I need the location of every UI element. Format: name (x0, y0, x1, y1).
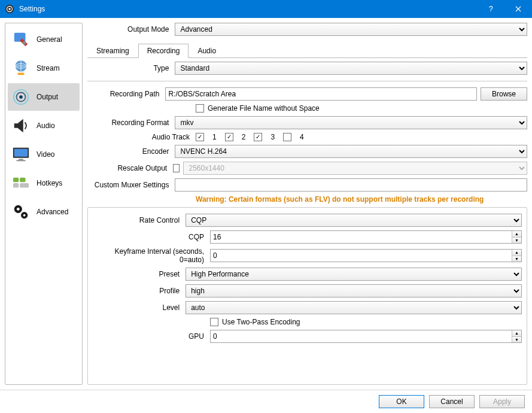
preset-select[interactable]: High Performance (186, 268, 522, 281)
recording-path-label: Recording Path (87, 90, 162, 98)
warning-text: Warning: Certain formats (such as FLV) d… (196, 195, 484, 204)
track-1-checkbox[interactable] (196, 133, 204, 141)
sidebar-label: Output (37, 93, 58, 101)
gpu-down[interactable]: ▼ (512, 337, 521, 343)
gpu-input[interactable] (210, 330, 522, 343)
profile-select[interactable]: high (186, 284, 522, 297)
preset-label: Preset (93, 270, 182, 278)
svg-rect-16 (13, 178, 19, 183)
sidebar-label: General (37, 35, 62, 44)
tab-audio[interactable]: Audio (189, 44, 225, 58)
sidebar: General Stream Output Audio Video Hotkey… (5, 23, 83, 385)
muxer-input[interactable] (175, 178, 527, 192)
track-1-label: 1 (212, 133, 217, 141)
sidebar-item-general[interactable]: General (8, 26, 80, 53)
sidebar-label: Advanced (37, 208, 68, 216)
svg-rect-19 (20, 183, 29, 188)
muxer-label: Custom Muxer Settings (87, 181, 171, 189)
keyframe-label: Keyframe Interval (seconds, 0=auto) (93, 247, 206, 264)
sidebar-item-audio[interactable]: Audio (8, 112, 80, 139)
rate-control-label: Rate Control (93, 216, 182, 224)
speaker-icon (11, 116, 31, 135)
svg-rect-15 (17, 160, 26, 161)
sidebar-item-output[interactable]: Output (8, 83, 80, 111)
keyframe-up[interactable]: ▲ (512, 250, 521, 256)
encoder-panel: Rate Control CQP CQP ▲▼ Keyframe Interva… (87, 207, 527, 385)
sidebar-label: Audio (37, 122, 55, 130)
tab-recording[interactable]: Recording (138, 44, 189, 58)
svg-rect-14 (19, 159, 23, 160)
type-label: Type (87, 64, 171, 72)
gen-filename-checkbox[interactable] (196, 104, 204, 113)
sidebar-label: Video (37, 150, 54, 159)
rescale-checkbox[interactable] (173, 164, 180, 172)
two-pass-label: Use Two-Pass Encoding (222, 318, 300, 326)
keyboard-icon (11, 174, 31, 193)
close-button[interactable] (504, 0, 532, 18)
tab-streaming[interactable]: Streaming (87, 44, 138, 58)
track-4-checkbox[interactable] (283, 133, 291, 141)
sidebar-item-hotkeys[interactable]: Hotkeys (8, 169, 80, 197)
sidebar-item-stream[interactable]: Stream (8, 54, 80, 82)
keyframe-down[interactable]: ▼ (512, 256, 521, 262)
gen-filename-label: Generate File Name without Space (208, 104, 320, 113)
two-pass-checkbox[interactable] (210, 318, 218, 326)
output-mode-select[interactable]: Advanced (175, 23, 527, 36)
ok-button[interactable]: OK (379, 395, 424, 408)
cqp-input[interactable] (210, 230, 522, 244)
keyframe-input[interactable] (210, 249, 522, 262)
divider (87, 81, 527, 81)
recording-format-select[interactable]: mkv (175, 116, 527, 129)
audio-track-label: Audio Track (87, 133, 192, 141)
sidebar-label: Hotkeys (37, 179, 62, 187)
svg-rect-17 (20, 178, 25, 183)
svg-text:?: ? (489, 5, 493, 13)
svg-rect-8 (17, 73, 24, 75)
svg-point-21 (17, 208, 20, 211)
track-2-label: 2 (242, 133, 246, 141)
sidebar-item-advanced[interactable]: Advanced (8, 198, 80, 226)
sidebar-label: Stream (37, 64, 60, 72)
wrench-icon (11, 30, 31, 49)
encoder-select[interactable]: NVENC H.264 (175, 145, 527, 158)
svg-point-2 (8, 8, 11, 10)
svg-rect-13 (14, 149, 28, 157)
output-mode-label: Output Mode (87, 25, 171, 34)
sidebar-item-video[interactable]: Video (8, 141, 80, 168)
cqp-up[interactable]: ▲ (512, 231, 521, 238)
svg-point-9 (19, 95, 23, 99)
svg-rect-18 (13, 183, 19, 188)
apply-button[interactable]: Apply (479, 395, 525, 408)
help-button[interactable]: ? (477, 0, 504, 18)
track-3-checkbox[interactable] (254, 133, 262, 141)
app-icon (5, 4, 14, 14)
browse-button[interactable]: Browse (481, 87, 527, 101)
globe-icon (11, 59, 31, 78)
cqp-down[interactable]: ▼ (512, 238, 521, 244)
rate-control-select[interactable]: CQP (186, 214, 522, 227)
titlebar: Settings ? (0, 0, 532, 18)
cqp-label: CQP (93, 233, 206, 241)
svg-point-5 (23, 41, 26, 45)
main-content: Output Mode Advanced Streaming Recording… (87, 23, 527, 385)
track-4-label: 4 (300, 133, 304, 141)
level-label: Level (93, 303, 182, 312)
track-2-checkbox[interactable] (225, 133, 233, 141)
cancel-button[interactable]: Cancel (429, 395, 475, 408)
gpu-up[interactable]: ▲ (512, 330, 521, 337)
tabs: Streaming Recording Audio (87, 43, 527, 58)
gpu-label: GPU (93, 332, 206, 341)
footer: OK Cancel Apply (0, 390, 532, 413)
svg-point-23 (23, 214, 26, 217)
level-select[interactable]: auto (186, 301, 522, 314)
track-3-label: 3 (270, 133, 275, 141)
gears-icon (11, 202, 31, 221)
broadcast-icon (11, 87, 31, 107)
recording-format-label: Recording Format (87, 119, 171, 127)
profile-label: Profile (93, 287, 182, 295)
window-title: Settings (19, 5, 477, 13)
recording-path-input[interactable] (165, 87, 477, 101)
type-select[interactable]: Standard (175, 62, 527, 75)
rescale-select: 2560x1440 (183, 162, 527, 175)
rescale-label: Rescale Output (87, 164, 169, 172)
